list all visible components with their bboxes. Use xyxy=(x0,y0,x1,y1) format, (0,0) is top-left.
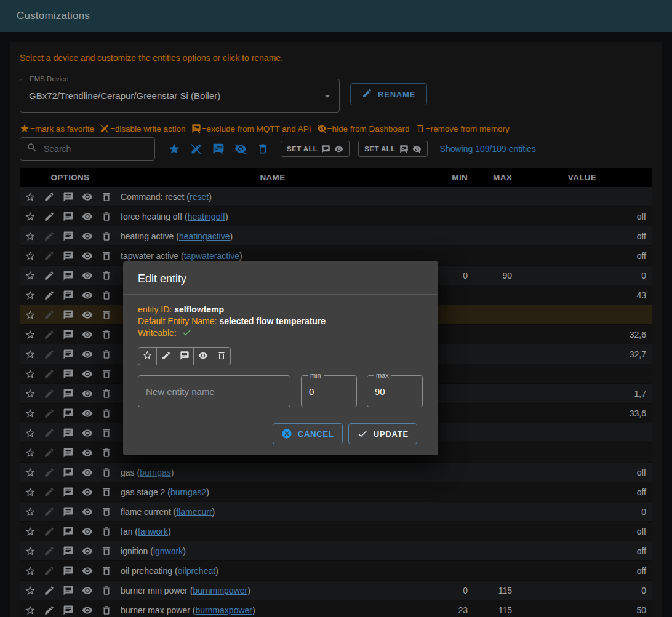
comments-icon xyxy=(180,351,190,362)
edit-entity-dialog: Edit entity entity ID:selflowtemp Defaul… xyxy=(123,261,438,455)
writeable-line: Writeable: xyxy=(138,327,423,339)
edit-icon xyxy=(161,351,171,362)
delete-icon xyxy=(217,351,226,362)
max-input[interactable] xyxy=(367,376,422,407)
entity-id-label: entity ID: xyxy=(138,305,172,314)
max-field-label: max xyxy=(374,372,391,380)
default-name-line: Default Entity Name:selected flow temper… xyxy=(138,316,423,327)
mqtt-exclude-toggle[interactable] xyxy=(175,347,194,365)
delete-toggle[interactable] xyxy=(212,347,231,365)
min-input[interactable] xyxy=(302,376,356,407)
dialog-fields: min max xyxy=(138,375,423,407)
entity-id-line: entity ID:selflowtemp xyxy=(138,304,423,316)
new-entity-name-field xyxy=(138,375,290,407)
write-toggle[interactable] xyxy=(156,347,175,365)
star-icon xyxy=(142,350,153,362)
cancel-button-label: CANCEL xyxy=(298,429,334,439)
dialog-title: Edit entity xyxy=(123,261,438,294)
visibility-toggle[interactable] xyxy=(193,347,212,365)
dialog-actions: CANCEL UPDATE xyxy=(138,423,423,444)
default-name-label: Default Entity Name: xyxy=(138,316,217,326)
update-button-label: UPDATE xyxy=(374,429,409,439)
option-toggle-group xyxy=(138,347,231,365)
new-entity-name-input[interactable] xyxy=(138,376,290,407)
writeable-label: Writeable: xyxy=(138,328,177,338)
cancel-button[interactable]: CANCEL xyxy=(273,423,343,444)
visibility-icon xyxy=(198,351,208,362)
min-field: min xyxy=(301,375,357,407)
writeable-check-icon xyxy=(182,327,192,338)
cancel-icon xyxy=(281,428,292,439)
default-name-value: selected flow temperature xyxy=(219,316,326,326)
max-field: max xyxy=(367,375,423,407)
favorite-toggle[interactable] xyxy=(138,347,157,365)
min-field-label: min xyxy=(308,372,324,380)
update-button[interactable]: UPDATE xyxy=(348,423,417,444)
entity-id-value: selflowtemp xyxy=(174,305,224,314)
check-icon xyxy=(357,428,368,439)
